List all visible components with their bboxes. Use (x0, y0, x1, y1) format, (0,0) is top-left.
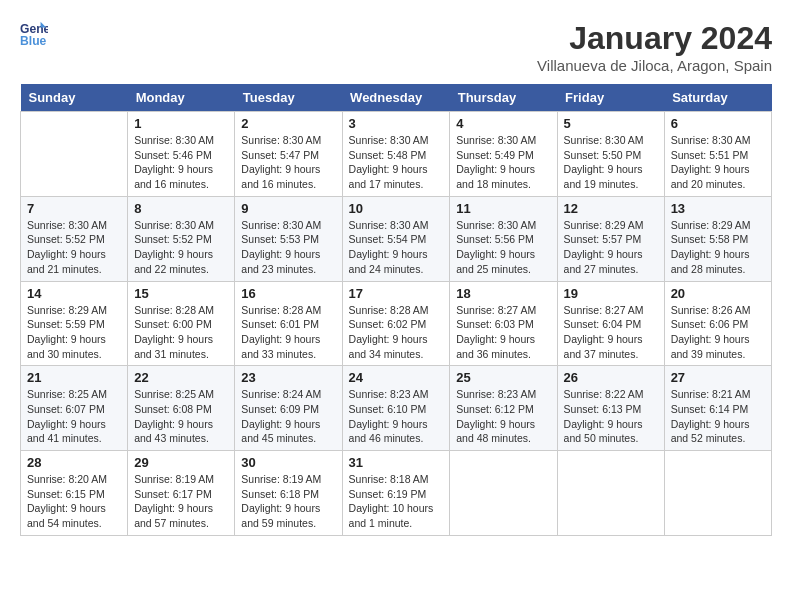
calendar-cell: 25Sunrise: 8:23 AMSunset: 6:12 PMDayligh… (450, 366, 557, 451)
calendar-cell: 18Sunrise: 8:27 AMSunset: 6:03 PMDayligh… (450, 281, 557, 366)
day-info: Sunrise: 8:29 AMSunset: 5:59 PMDaylight:… (27, 303, 121, 362)
calendar-table: SundayMondayTuesdayWednesdayThursdayFrid… (20, 84, 772, 536)
day-header-saturday: Saturday (664, 84, 771, 112)
day-header-wednesday: Wednesday (342, 84, 450, 112)
calendar-cell: 10Sunrise: 8:30 AMSunset: 5:54 PMDayligh… (342, 196, 450, 281)
day-number: 15 (134, 286, 228, 301)
week-row-1: 1Sunrise: 8:30 AMSunset: 5:46 PMDaylight… (21, 112, 772, 197)
day-info: Sunrise: 8:28 AMSunset: 6:01 PMDaylight:… (241, 303, 335, 362)
day-number: 16 (241, 286, 335, 301)
svg-text:Blue: Blue (20, 34, 47, 48)
calendar-cell: 26Sunrise: 8:22 AMSunset: 6:13 PMDayligh… (557, 366, 664, 451)
day-number: 7 (27, 201, 121, 216)
day-number: 19 (564, 286, 658, 301)
calendar-cell: 21Sunrise: 8:25 AMSunset: 6:07 PMDayligh… (21, 366, 128, 451)
calendar-cell (664, 451, 771, 536)
day-info: Sunrise: 8:20 AMSunset: 6:15 PMDaylight:… (27, 472, 121, 531)
logo: General Blue (20, 20, 48, 48)
day-number: 31 (349, 455, 444, 470)
week-row-2: 7Sunrise: 8:30 AMSunset: 5:52 PMDaylight… (21, 196, 772, 281)
day-number: 1 (134, 116, 228, 131)
day-info: Sunrise: 8:30 AMSunset: 5:49 PMDaylight:… (456, 133, 550, 192)
logo-icon: General Blue (20, 20, 48, 48)
day-number: 18 (456, 286, 550, 301)
day-number: 12 (564, 201, 658, 216)
calendar-cell: 6Sunrise: 8:30 AMSunset: 5:51 PMDaylight… (664, 112, 771, 197)
calendar-cell: 16Sunrise: 8:28 AMSunset: 6:01 PMDayligh… (235, 281, 342, 366)
day-info: Sunrise: 8:30 AMSunset: 5:56 PMDaylight:… (456, 218, 550, 277)
day-number: 23 (241, 370, 335, 385)
calendar-cell: 27Sunrise: 8:21 AMSunset: 6:14 PMDayligh… (664, 366, 771, 451)
calendar-cell: 17Sunrise: 8:28 AMSunset: 6:02 PMDayligh… (342, 281, 450, 366)
day-number: 25 (456, 370, 550, 385)
day-number: 21 (27, 370, 121, 385)
day-info: Sunrise: 8:27 AMSunset: 6:03 PMDaylight:… (456, 303, 550, 362)
day-header-tuesday: Tuesday (235, 84, 342, 112)
day-info: Sunrise: 8:29 AMSunset: 5:58 PMDaylight:… (671, 218, 765, 277)
week-row-3: 14Sunrise: 8:29 AMSunset: 5:59 PMDayligh… (21, 281, 772, 366)
day-info: Sunrise: 8:26 AMSunset: 6:06 PMDaylight:… (671, 303, 765, 362)
day-info: Sunrise: 8:30 AMSunset: 5:50 PMDaylight:… (564, 133, 658, 192)
calendar-cell: 2Sunrise: 8:30 AMSunset: 5:47 PMDaylight… (235, 112, 342, 197)
calendar-cell: 23Sunrise: 8:24 AMSunset: 6:09 PMDayligh… (235, 366, 342, 451)
calendar-cell: 13Sunrise: 8:29 AMSunset: 5:58 PMDayligh… (664, 196, 771, 281)
calendar-cell: 22Sunrise: 8:25 AMSunset: 6:08 PMDayligh… (128, 366, 235, 451)
day-info: Sunrise: 8:18 AMSunset: 6:19 PMDaylight:… (349, 472, 444, 531)
day-number: 14 (27, 286, 121, 301)
calendar-cell: 31Sunrise: 8:18 AMSunset: 6:19 PMDayligh… (342, 451, 450, 536)
day-info: Sunrise: 8:27 AMSunset: 6:04 PMDaylight:… (564, 303, 658, 362)
calendar-cell: 8Sunrise: 8:30 AMSunset: 5:52 PMDaylight… (128, 196, 235, 281)
day-number: 10 (349, 201, 444, 216)
day-info: Sunrise: 8:19 AMSunset: 6:18 PMDaylight:… (241, 472, 335, 531)
page-header: General Blue January 2024 Villanueva de … (20, 20, 772, 74)
day-info: Sunrise: 8:22 AMSunset: 6:13 PMDaylight:… (564, 387, 658, 446)
calendar-cell: 7Sunrise: 8:30 AMSunset: 5:52 PMDaylight… (21, 196, 128, 281)
calendar-cell: 12Sunrise: 8:29 AMSunset: 5:57 PMDayligh… (557, 196, 664, 281)
day-number: 20 (671, 286, 765, 301)
day-number: 3 (349, 116, 444, 131)
calendar-cell (21, 112, 128, 197)
day-number: 9 (241, 201, 335, 216)
day-number: 2 (241, 116, 335, 131)
day-header-friday: Friday (557, 84, 664, 112)
day-header-sunday: Sunday (21, 84, 128, 112)
day-info: Sunrise: 8:19 AMSunset: 6:17 PMDaylight:… (134, 472, 228, 531)
month-title: January 2024 (537, 20, 772, 57)
calendar-cell: 5Sunrise: 8:30 AMSunset: 5:50 PMDaylight… (557, 112, 664, 197)
day-number: 27 (671, 370, 765, 385)
day-info: Sunrise: 8:21 AMSunset: 6:14 PMDaylight:… (671, 387, 765, 446)
day-info: Sunrise: 8:23 AMSunset: 6:12 PMDaylight:… (456, 387, 550, 446)
calendar-cell: 4Sunrise: 8:30 AMSunset: 5:49 PMDaylight… (450, 112, 557, 197)
day-number: 5 (564, 116, 658, 131)
day-info: Sunrise: 8:30 AMSunset: 5:54 PMDaylight:… (349, 218, 444, 277)
calendar-cell (557, 451, 664, 536)
day-header-monday: Monday (128, 84, 235, 112)
week-row-4: 21Sunrise: 8:25 AMSunset: 6:07 PMDayligh… (21, 366, 772, 451)
day-info: Sunrise: 8:29 AMSunset: 5:57 PMDaylight:… (564, 218, 658, 277)
day-number: 26 (564, 370, 658, 385)
calendar-cell: 14Sunrise: 8:29 AMSunset: 5:59 PMDayligh… (21, 281, 128, 366)
day-number: 17 (349, 286, 444, 301)
day-number: 8 (134, 201, 228, 216)
day-info: Sunrise: 8:24 AMSunset: 6:09 PMDaylight:… (241, 387, 335, 446)
calendar-header-row: SundayMondayTuesdayWednesdayThursdayFrid… (21, 84, 772, 112)
day-number: 13 (671, 201, 765, 216)
day-info: Sunrise: 8:30 AMSunset: 5:46 PMDaylight:… (134, 133, 228, 192)
location-subtitle: Villanueva de Jiloca, Aragon, Spain (537, 57, 772, 74)
calendar-cell: 29Sunrise: 8:19 AMSunset: 6:17 PMDayligh… (128, 451, 235, 536)
calendar-cell: 15Sunrise: 8:28 AMSunset: 6:00 PMDayligh… (128, 281, 235, 366)
calendar-body: 1Sunrise: 8:30 AMSunset: 5:46 PMDaylight… (21, 112, 772, 536)
calendar-cell: 20Sunrise: 8:26 AMSunset: 6:06 PMDayligh… (664, 281, 771, 366)
day-info: Sunrise: 8:28 AMSunset: 6:00 PMDaylight:… (134, 303, 228, 362)
day-number: 4 (456, 116, 550, 131)
title-area: January 2024 Villanueva de Jiloca, Arago… (537, 20, 772, 74)
day-number: 22 (134, 370, 228, 385)
day-number: 11 (456, 201, 550, 216)
day-info: Sunrise: 8:30 AMSunset: 5:52 PMDaylight:… (134, 218, 228, 277)
week-row-5: 28Sunrise: 8:20 AMSunset: 6:15 PMDayligh… (21, 451, 772, 536)
day-number: 24 (349, 370, 444, 385)
day-number: 30 (241, 455, 335, 470)
calendar-cell (450, 451, 557, 536)
calendar-cell: 30Sunrise: 8:19 AMSunset: 6:18 PMDayligh… (235, 451, 342, 536)
day-info: Sunrise: 8:25 AMSunset: 6:07 PMDaylight:… (27, 387, 121, 446)
